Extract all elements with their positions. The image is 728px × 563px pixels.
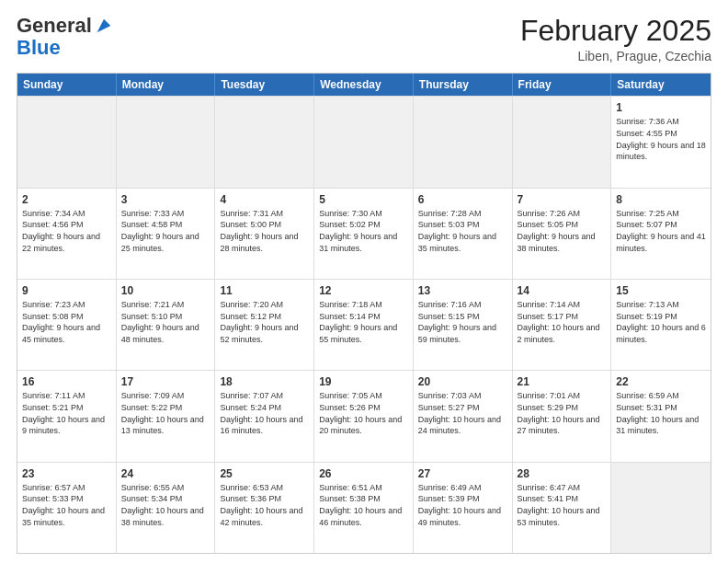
logo-blue-text: Blue: [17, 36, 61, 59]
calendar-cell: [215, 97, 314, 187]
day-number: 21: [518, 374, 607, 389]
logo: General Blue: [17, 15, 114, 59]
weekday-header: Friday: [513, 74, 612, 96]
cell-info: Sunrise: 7:18 AM Sunset: 5:14 PM Dayligh…: [319, 299, 408, 345]
calendar-cell: 2Sunrise: 7:34 AM Sunset: 4:56 PM Daylig…: [17, 189, 117, 279]
calendar-cell: 1Sunrise: 7:36 AM Sunset: 4:55 PM Daylig…: [611, 97, 711, 187]
cell-info: Sunrise: 7:13 AM Sunset: 5:19 PM Dayligh…: [616, 299, 706, 345]
calendar-body: 1Sunrise: 7:36 AM Sunset: 4:55 PM Daylig…: [17, 96, 711, 553]
day-number: 5: [319, 192, 408, 207]
cell-info: Sunrise: 6:53 AM Sunset: 5:36 PM Dayligh…: [220, 482, 309, 528]
calendar-cell: 3Sunrise: 7:33 AM Sunset: 4:58 PM Daylig…: [117, 189, 216, 279]
cell-info: Sunrise: 7:09 AM Sunset: 5:22 PM Dayligh…: [121, 390, 210, 436]
day-number: 22: [616, 374, 706, 389]
cell-info: Sunrise: 7:14 AM Sunset: 5:17 PM Dayligh…: [518, 299, 607, 345]
cell-info: Sunrise: 7:31 AM Sunset: 5:00 PM Dayligh…: [220, 208, 309, 254]
calendar-cell: 7Sunrise: 7:26 AM Sunset: 5:05 PM Daylig…: [513, 189, 612, 279]
calendar-cell: 13Sunrise: 7:16 AM Sunset: 5:15 PM Dayli…: [414, 280, 513, 370]
calendar-cell: [314, 97, 414, 187]
header: General Blue February 2025 Liben, Prague…: [17, 15, 711, 63]
calendar-cell: 12Sunrise: 7:18 AM Sunset: 5:14 PM Dayli…: [314, 280, 414, 370]
calendar-cell: 11Sunrise: 7:20 AM Sunset: 5:12 PM Dayli…: [215, 280, 314, 370]
day-number: 14: [518, 283, 607, 298]
calendar-cell: 9Sunrise: 7:23 AM Sunset: 5:08 PM Daylig…: [17, 280, 117, 370]
cell-info: Sunrise: 7:20 AM Sunset: 5:12 PM Dayligh…: [220, 299, 309, 345]
weekday-header: Wednesday: [314, 74, 414, 96]
logo-icon: [94, 16, 114, 36]
calendar-row: 16Sunrise: 7:11 AM Sunset: 5:21 PM Dayli…: [17, 370, 711, 461]
calendar-cell: 24Sunrise: 6:55 AM Sunset: 5:34 PM Dayli…: [117, 463, 216, 553]
day-number: 10: [121, 283, 210, 298]
calendar-cell: 17Sunrise: 7:09 AM Sunset: 5:22 PM Dayli…: [117, 371, 216, 461]
day-number: 8: [616, 192, 706, 207]
calendar-cell: [17, 97, 117, 187]
cell-info: Sunrise: 7:33 AM Sunset: 4:58 PM Dayligh…: [121, 208, 210, 254]
calendar-row: 9Sunrise: 7:23 AM Sunset: 5:08 PM Daylig…: [17, 279, 711, 370]
page: General Blue February 2025 Liben, Prague…: [0, 0, 728, 563]
cell-info: Sunrise: 7:23 AM Sunset: 5:08 PM Dayligh…: [22, 299, 111, 345]
calendar-cell: 21Sunrise: 7:01 AM Sunset: 5:29 PM Dayli…: [513, 371, 612, 461]
day-number: 2: [22, 192, 111, 207]
day-number: 27: [418, 466, 507, 481]
calendar: SundayMondayTuesdayWednesdayThursdayFrid…: [17, 73, 711, 554]
cell-info: Sunrise: 6:55 AM Sunset: 5:34 PM Dayligh…: [121, 482, 210, 528]
cell-info: Sunrise: 7:01 AM Sunset: 5:29 PM Dayligh…: [518, 390, 607, 436]
month-title: February 2025: [520, 15, 711, 47]
day-number: 3: [121, 192, 210, 207]
weekday-header: Tuesday: [215, 74, 314, 96]
day-number: 4: [220, 192, 309, 207]
cell-info: Sunrise: 7:26 AM Sunset: 5:05 PM Dayligh…: [518, 208, 607, 254]
calendar-header: SundayMondayTuesdayWednesdayThursdayFrid…: [17, 74, 711, 96]
cell-info: Sunrise: 7:25 AM Sunset: 5:07 PM Dayligh…: [616, 208, 706, 254]
day-number: 11: [220, 283, 309, 298]
calendar-row: 23Sunrise: 6:57 AM Sunset: 5:33 PM Dayli…: [17, 462, 711, 553]
cell-info: Sunrise: 7:34 AM Sunset: 4:56 PM Dayligh…: [22, 208, 111, 254]
day-number: 26: [319, 466, 408, 481]
weekday-header: Saturday: [611, 74, 711, 96]
calendar-cell: 25Sunrise: 6:53 AM Sunset: 5:36 PM Dayli…: [215, 463, 314, 553]
calendar-cell: 20Sunrise: 7:03 AM Sunset: 5:27 PM Dayli…: [414, 371, 513, 461]
cell-info: Sunrise: 7:21 AM Sunset: 5:10 PM Dayligh…: [121, 299, 210, 345]
day-number: 28: [518, 466, 607, 481]
cell-info: Sunrise: 6:47 AM Sunset: 5:41 PM Dayligh…: [518, 482, 607, 528]
cell-info: Sunrise: 7:28 AM Sunset: 5:03 PM Dayligh…: [418, 208, 507, 254]
calendar-cell: 14Sunrise: 7:14 AM Sunset: 5:17 PM Dayli…: [513, 280, 612, 370]
cell-info: Sunrise: 7:05 AM Sunset: 5:26 PM Dayligh…: [319, 390, 408, 436]
cell-info: Sunrise: 7:16 AM Sunset: 5:15 PM Dayligh…: [418, 299, 507, 345]
cell-info: Sunrise: 7:07 AM Sunset: 5:24 PM Dayligh…: [220, 390, 309, 436]
day-number: 23: [22, 466, 111, 481]
weekday-header: Sunday: [17, 74, 117, 96]
day-number: 16: [22, 374, 111, 389]
day-number: 6: [418, 192, 507, 207]
day-number: 12: [319, 283, 408, 298]
title-block: February 2025 Liben, Prague, Czechia: [520, 15, 711, 63]
day-number: 15: [616, 283, 706, 298]
calendar-cell: 18Sunrise: 7:07 AM Sunset: 5:24 PM Dayli…: [215, 371, 314, 461]
cell-info: Sunrise: 7:30 AM Sunset: 5:02 PM Dayligh…: [319, 208, 408, 254]
weekday-header: Thursday: [414, 74, 513, 96]
calendar-cell: [117, 97, 216, 187]
calendar-cell: 23Sunrise: 6:57 AM Sunset: 5:33 PM Dayli…: [17, 463, 117, 553]
day-number: 9: [22, 283, 111, 298]
location: Liben, Prague, Czechia: [520, 49, 711, 63]
calendar-cell: 26Sunrise: 6:51 AM Sunset: 5:38 PM Dayli…: [314, 463, 414, 553]
day-number: 1: [616, 100, 706, 115]
calendar-row: 1Sunrise: 7:36 AM Sunset: 4:55 PM Daylig…: [17, 96, 711, 187]
day-number: 24: [121, 466, 210, 481]
svg-marker-0: [97, 19, 111, 33]
day-number: 17: [121, 374, 210, 389]
logo-general-text: General: [17, 15, 92, 37]
calendar-cell: 22Sunrise: 6:59 AM Sunset: 5:31 PM Dayli…: [611, 371, 711, 461]
calendar-cell: 4Sunrise: 7:31 AM Sunset: 5:00 PM Daylig…: [215, 189, 314, 279]
cell-info: Sunrise: 7:36 AM Sunset: 4:55 PM Dayligh…: [616, 116, 706, 162]
calendar-cell: [513, 97, 612, 187]
calendar-cell: [611, 463, 711, 553]
weekday-header: Monday: [117, 74, 216, 96]
day-number: 25: [220, 466, 309, 481]
calendar-cell: 16Sunrise: 7:11 AM Sunset: 5:21 PM Dayli…: [17, 371, 117, 461]
calendar-cell: [414, 97, 513, 187]
calendar-cell: 27Sunrise: 6:49 AM Sunset: 5:39 PM Dayli…: [414, 463, 513, 553]
cell-info: Sunrise: 6:49 AM Sunset: 5:39 PM Dayligh…: [418, 482, 507, 528]
cell-info: Sunrise: 7:11 AM Sunset: 5:21 PM Dayligh…: [22, 390, 111, 436]
calendar-cell: 10Sunrise: 7:21 AM Sunset: 5:10 PM Dayli…: [117, 280, 216, 370]
